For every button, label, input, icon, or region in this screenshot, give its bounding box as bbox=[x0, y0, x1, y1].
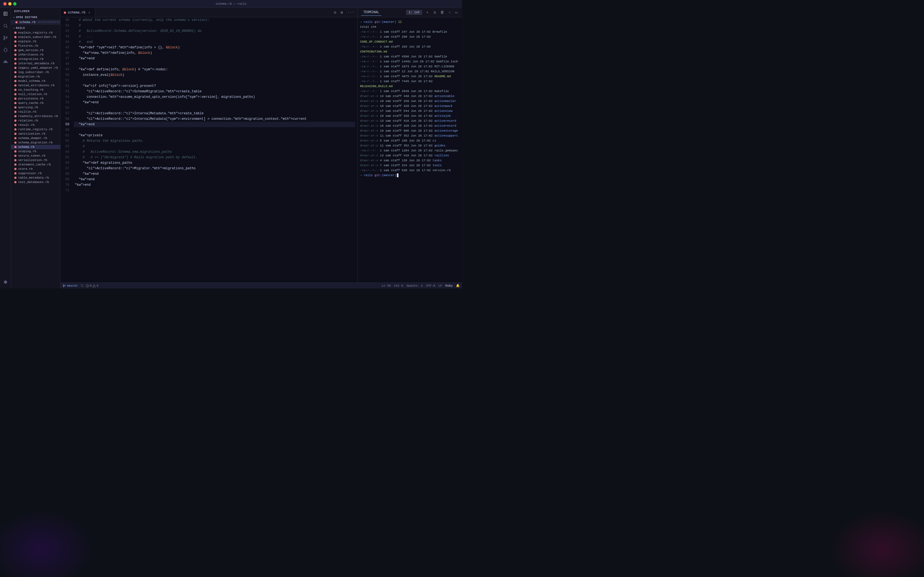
sidebar-item-explain-rb[interactable]: explain.rb bbox=[11, 39, 60, 44]
open-editors-chevron[interactable]: ▾ bbox=[13, 16, 15, 19]
sync-status[interactable] bbox=[80, 284, 84, 287]
sidebar-item-explain_registry-rb[interactable]: explain_registry.rb bbox=[11, 31, 60, 35]
code-content[interactable]: # about the current schema (currently, o… bbox=[71, 17, 357, 282]
sidebar-item-runtime_registry-rb[interactable]: runtime_registry.rb bbox=[11, 127, 60, 132]
terminal-line: -rw-r--r-- 1 sam staff 539 Jun 28 17:02 … bbox=[360, 168, 460, 173]
layout-button[interactable]: ⊞ bbox=[339, 10, 344, 15]
status-encoding[interactable]: UTF-8 bbox=[426, 284, 435, 287]
sidebar-item-secure_token-rb[interactable]: secure_token.rb bbox=[11, 153, 60, 158]
sidebar-item-explain_subscriber-rb[interactable]: explain_subscriber.rb bbox=[11, 35, 60, 39]
sidebar-item-schema_migration-rb[interactable]: schema_migration.rb bbox=[11, 140, 60, 145]
sidebar-item-schema_dumper-rb[interactable]: schema_dumper.rb bbox=[11, 136, 60, 140]
activity-settings[interactable] bbox=[2, 279, 9, 286]
sidebar-item-sanitization-rb[interactable]: sanitization.rb bbox=[11, 132, 60, 136]
file-dot-icon bbox=[14, 40, 16, 43]
open-editor-schema-rb[interactable]: schema.rb activerecord/lib/active_record bbox=[11, 20, 60, 25]
code-line-54: connection."mth">assume_migrated_upto_ve… bbox=[74, 94, 355, 100]
terminal-line: -rw-r--r-- 1 sam staff 290 Jun 28 17:02 … bbox=[360, 34, 460, 44]
sidebar-item-statement_cache-rb[interactable]: statement_cache.rb bbox=[11, 163, 60, 167]
terminal-line: -rw-r--r-- 1 sam staff 4596 Jun 28 17:02… bbox=[360, 54, 460, 59]
activity-search[interactable] bbox=[2, 22, 9, 30]
sidebar-item-serialization-rb[interactable]: serialization.rb bbox=[11, 158, 60, 163]
sidebar-item-result-rb[interactable]: result.rb bbox=[11, 123, 60, 127]
sidebar-item-readonly_attributes-rb[interactable]: readonly_attributes.rb bbox=[11, 114, 60, 118]
new-terminal-button[interactable]: ＋ bbox=[424, 9, 430, 15]
code-line-40: # about the current schema (currently, o… bbox=[74, 17, 355, 23]
sidebar-item-migration-rb[interactable]: migration.rb bbox=[11, 74, 60, 79]
file-dot-icon bbox=[14, 163, 16, 166]
sidebar-item-relation-rb[interactable]: relation.rb bbox=[11, 118, 60, 123]
terminal-tab[interactable]: TERMINAL bbox=[361, 9, 381, 16]
minimize-button[interactable] bbox=[8, 2, 11, 5]
maximize-button[interactable] bbox=[13, 2, 16, 5]
activity-extensions[interactable] bbox=[2, 58, 9, 66]
terminal-chevron-left[interactable]: ‹ bbox=[447, 10, 452, 15]
split-terminal-button[interactable]: ⊡ bbox=[433, 10, 437, 15]
terminal-line: → rails git:(master) ll bbox=[360, 19, 460, 24]
svg-point-4 bbox=[6, 37, 7, 38]
status-spaces[interactable]: Spaces: 2 bbox=[407, 284, 423, 287]
svg-point-0 bbox=[4, 24, 7, 27]
code-line-63: # bbox=[74, 144, 355, 149]
sidebar-item-table_metadata-rb[interactable]: table_metadata.rb bbox=[11, 176, 60, 180]
status-language[interactable]: Ruby bbox=[446, 284, 453, 287]
sidebar-item-scoping-rb[interactable]: scoping.rb bbox=[11, 149, 60, 153]
activity-git[interactable] bbox=[2, 34, 9, 42]
tab-bar: schema.rb ✕ ⊡ ⊞ ··· bbox=[60, 8, 357, 17]
terminal-line: drwxr-xr-x 10 sam staff 320 Jun 28 17:02… bbox=[360, 103, 460, 108]
sidebar-item-railtie-rb[interactable]: railtie.rb bbox=[11, 110, 60, 114]
tab-schema-rb[interactable]: schema.rb ✕ bbox=[60, 8, 95, 17]
rails-chevron[interactable]: ▾ bbox=[13, 27, 15, 30]
sidebar-item-nested_attributes-rb[interactable]: nested_attributes.rb bbox=[11, 83, 60, 88]
sidebar-filename: scoping.rb bbox=[18, 150, 36, 153]
sidebar-item-log_subscriber-rb[interactable]: log_subscriber.rb bbox=[11, 70, 60, 74]
code-line-52: "kw">if info["sym">:version].present? bbox=[74, 83, 355, 89]
error-count[interactable]: 0 0 bbox=[86, 284, 99, 287]
code-line-66: "kw">def migrations_paths bbox=[74, 160, 355, 166]
split-editor-button[interactable]: ⊡ bbox=[333, 10, 337, 15]
sidebar-item-querying-rb[interactable]: querying.rb bbox=[11, 105, 60, 110]
kill-terminal-button[interactable]: 🗑 bbox=[439, 10, 445, 15]
terminal-instance-dropdown[interactable]: 1: zsh bbox=[406, 10, 422, 15]
rails-folder-label: ▾ RAILS bbox=[11, 26, 60, 31]
sidebar-item-inheritance-rb[interactable]: inheritance.rb bbox=[11, 53, 60, 57]
activity-debug[interactable] bbox=[2, 46, 9, 54]
sidebar-item-internal_metadata-rb[interactable]: internal_metadata.rb bbox=[11, 61, 60, 66]
more-button[interactable]: ··· bbox=[346, 10, 355, 15]
sidebar-item-schema-rb[interactable]: schema.rb bbox=[11, 145, 60, 149]
terminal-line: drwxr-xr-x 13 sam staff 416 Jun 28 17:02… bbox=[360, 118, 460, 123]
file-dot-icon bbox=[14, 102, 16, 104]
terminal-line: drwxr-xr-x 4 sam staff 128 Jun 28 17:02 … bbox=[360, 158, 460, 163]
file-dot-icon bbox=[14, 142, 16, 144]
code-line-50: instance_eval(&block) bbox=[74, 72, 355, 78]
git-branch[interactable]: master bbox=[63, 284, 78, 287]
code-line-57: "cl">ActiveRecord::"cl">InternalMetadata… bbox=[74, 111, 355, 116]
file-dot-icon bbox=[14, 32, 16, 34]
sidebar-item-null_relation-rb[interactable]: null_relation.rb bbox=[11, 92, 60, 97]
file-dot-icon bbox=[14, 119, 16, 122]
status-eol[interactable]: LF bbox=[438, 284, 442, 287]
activity-explorer[interactable] bbox=[2, 10, 9, 18]
sidebar-item-persistence-rb[interactable]: persistence.rb bbox=[11, 97, 60, 101]
terminal-line: -rw-r--r-- 1 sam staff 247 Jun 28 17:02 … bbox=[360, 29, 460, 34]
sidebar-item-legacy_yaml_adapter-rb[interactable]: legacy_yaml_adapter.rb bbox=[11, 66, 60, 70]
code-line-55: "kw">end bbox=[74, 100, 355, 105]
sidebar-filename: integration.rb bbox=[18, 57, 44, 61]
terminal-layout-button[interactable]: ▭ bbox=[454, 10, 459, 15]
sidebar-item-gem_version-rb[interactable]: gem_version.rb bbox=[11, 48, 60, 53]
sidebar-item-integration-rb[interactable]: integration.rb bbox=[11, 57, 60, 61]
sidebar-item-suppressor-rb[interactable]: suppressor.rb bbox=[11, 171, 60, 176]
sidebar-item-model_schema-rb[interactable]: model_schema.rb bbox=[11, 79, 60, 83]
notification-bell[interactable]: 🔔 bbox=[456, 284, 460, 287]
terminal-line: → rails git:(master) bbox=[360, 173, 460, 178]
sidebar-item-test_databases-rb[interactable]: test_databases.rb bbox=[11, 180, 60, 184]
sidebar-item-store-rb[interactable]: store.rb bbox=[11, 167, 60, 171]
sidebar-item-no_touching-rb[interactable]: no_touching.rb bbox=[11, 88, 60, 92]
sidebar-item-fixtures-rb[interactable]: fixtures.rb bbox=[11, 44, 60, 48]
terminal-line: total 144 bbox=[360, 24, 460, 29]
terminal-line: drwxr-xr-x 19 sam staff 608 Jun 28 17:02… bbox=[360, 128, 460, 133]
tab-close-button[interactable]: ✕ bbox=[87, 10, 92, 15]
close-button[interactable] bbox=[3, 2, 6, 5]
terminal-content[interactable]: → rails git:(master) lltotal 144-rw-r--r… bbox=[358, 17, 462, 282]
sidebar-item-query_cache-rb[interactable]: query_cache.rb bbox=[11, 101, 60, 105]
